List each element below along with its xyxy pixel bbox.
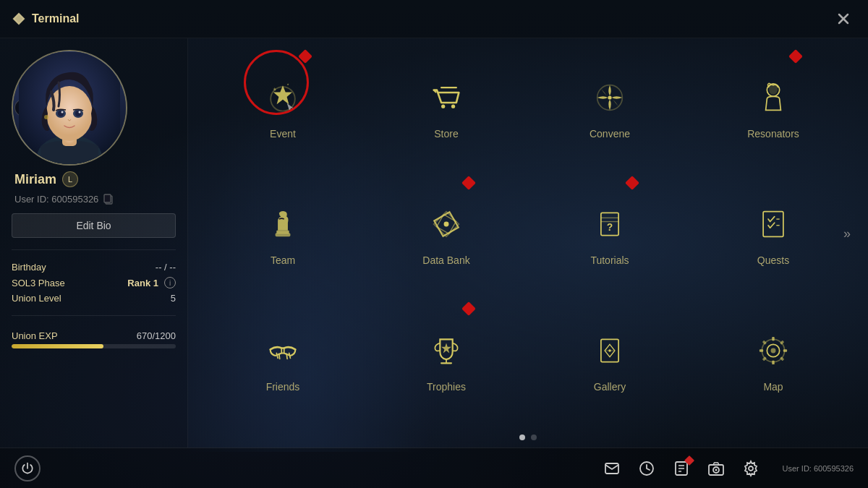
friends-icon [260,328,306,374]
divider-2 [12,315,176,316]
svg-rect-48 [762,340,767,344]
right-wrapper: Event Sto [188,38,868,448]
resonators-svg-icon [754,79,792,116]
event-svg-icon [263,77,303,118]
friends-label: Friends [266,381,300,393]
bottom-settings-button[interactable] [742,460,760,477]
bottom-clock-button[interactable] [638,460,655,477]
map-svg-icon [754,332,792,369]
power-button[interactable] [14,455,41,481]
store-label: Store [434,128,458,140]
bottom-mail-button[interactable] [603,460,621,477]
profile-section: ⋮ Miriam L User ID: 600595326 [12,50,176,205]
diamond-icon [12,12,26,26]
copy-icon[interactable] [103,193,114,205]
birthday-value: -- / -- [156,262,176,273]
union-level-label: Union Level [12,293,61,304]
menu-item-trophies[interactable]: Trophies [366,298,527,421]
birthday-label: Birthday [12,262,46,273]
exp-bar-fill [12,344,103,348]
store-icon [423,74,469,121]
svg-point-12 [61,111,64,113]
bottom-notes-button[interactable] [673,460,690,477]
settings-icon [742,460,760,477]
svg-point-24 [608,96,611,100]
main-content: ⋮ Miriam L User ID: 600595326 Edit Bio [0,38,868,448]
menu-item-map[interactable]: Map [693,298,854,421]
sol3-row: SOL3 Phase Rank 1 i [12,277,176,288]
sol3-info-icon[interactable]: i [164,277,176,288]
quests-icon [750,201,796,247]
menu-item-resonators[interactable]: Resonators [693,46,854,169]
menu-item-quests[interactable]: Quests » [693,172,854,296]
edit-bio-button[interactable]: Edit Bio [12,213,176,238]
svg-point-13 [79,111,81,113]
bottom-camera-button[interactable] [707,460,725,477]
trophies-notification [461,301,476,316]
map-label: Map [763,381,783,393]
power-icon [20,461,35,476]
store-svg-icon [427,79,465,116]
svg-point-43 [771,348,776,353]
user-id-text: User ID: 600595326 [14,194,98,205]
window-title: Terminal [12,12,80,26]
menu-item-tutorials[interactable]: ? Tutorials [529,172,690,296]
menu-item-gallery[interactable]: Gallery [529,298,690,421]
event-icon [260,74,306,121]
avatar-wrapper: ⋮ [12,50,127,166]
svg-rect-16 [104,194,111,202]
quests-label: Quests [757,254,789,266]
character-portrait [19,52,120,164]
svg-point-14 [44,115,48,119]
gallery-label: Gallery [594,381,626,393]
trophies-label: Trophies [427,381,466,393]
tutorials-label: Tutorials [590,254,629,266]
svg-rect-46 [760,349,763,351]
union-level-row: Union Level 5 [12,293,176,304]
bottom-right-icons: User ID: 600595326 [603,460,854,477]
svg-point-29 [444,222,449,227]
team-icon [260,201,306,247]
nav-arrow[interactable]: » [843,226,851,241]
close-button[interactable] [830,6,856,32]
svg-point-61 [749,466,753,471]
databank-notification [461,176,476,190]
menu-item-databank[interactable]: Data Bank [366,172,527,296]
exp-bar-background [12,344,176,348]
menu-item-convene[interactable]: Convene [529,46,690,169]
nav-dots [188,435,868,440]
resonators-icon [750,74,796,121]
mail-icon [603,460,621,477]
svg-rect-51 [780,356,784,361]
sol3-label: SOL3 Phase [12,278,65,288]
event-notification [298,49,312,64]
sol3-value: Rank 1 [127,278,158,288]
convene-svg-icon [591,79,629,116]
tutorials-svg-icon: ? [591,205,629,243]
divider-1 [12,249,176,250]
friends-svg-icon [264,332,302,369]
svg-point-20 [441,105,445,108]
svg-rect-50 [762,356,767,361]
gallery-svg-icon [591,332,629,369]
exp-value: 670/1200 [137,330,176,341]
menu-item-friends[interactable]: Friends [203,298,363,421]
map-icon [750,328,796,374]
nav-dot-2[interactable] [531,435,537,440]
nav-dot-1[interactable] [519,435,525,440]
trophies-svg-icon [427,332,465,369]
svg-rect-47 [783,349,787,351]
svg-rect-49 [780,340,784,344]
databank-label: Data Bank [422,254,469,266]
event-label: Event [270,128,296,140]
trophies-icon [423,328,469,374]
menu-item-team[interactable]: Team [203,172,363,296]
databank-svg-icon [427,205,465,243]
camera-icon [707,460,725,477]
name-row: Miriam L [14,171,78,187]
convene-label: Convene [590,128,630,140]
union-level-value: 5 [171,293,176,304]
menu-item-store[interactable]: Store [366,46,527,169]
exp-label-row: Union EXP 670/1200 [12,330,176,341]
menu-item-event[interactable]: Event [203,46,363,169]
